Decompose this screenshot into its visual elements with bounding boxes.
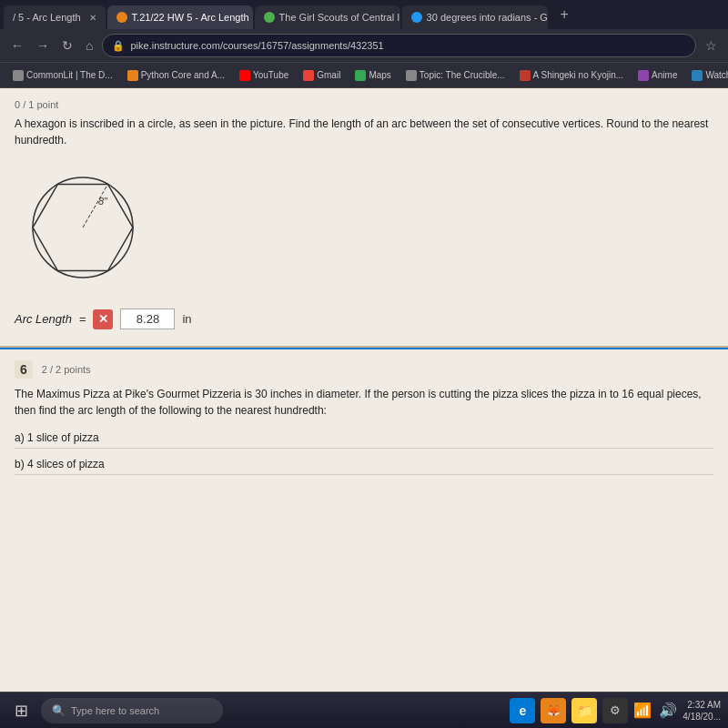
bookmark-maps[interactable]: Maps bbox=[349, 68, 396, 83]
aijutsu-favicon bbox=[692, 70, 703, 81]
question6-points: 2 / 2 points bbox=[42, 364, 91, 375]
tab-bar: / 5 - Arc Length ✕ T.21/22 HW 5 - Arc Le… bbox=[0, 0, 728, 29]
bookmark-aijutsu-label: Watch Aijutsu Kaise... bbox=[705, 70, 728, 80]
bookmarks-bar: CommonLit | The D... Python Core and A..… bbox=[0, 62, 728, 87]
svg-text:8": 8" bbox=[98, 196, 108, 207]
volume-icon: 🔊 bbox=[659, 702, 677, 719]
tab4-label: 30 degrees into radians - Goog bbox=[427, 12, 548, 23]
question6-section: 6 2 / 2 points The Maximus Pizza at Pike… bbox=[0, 349, 728, 491]
shingeki-favicon bbox=[520, 70, 531, 81]
forward-button[interactable]: → bbox=[33, 36, 53, 55]
commonlit-favicon bbox=[13, 70, 24, 81]
sub-question-b: b) 4 slices of pizza bbox=[15, 454, 713, 475]
browser-chrome: / 5 - Arc Length ✕ T.21/22 HW 5 - Arc Le… bbox=[0, 0, 728, 88]
tab1-close[interactable]: ✕ bbox=[89, 13, 96, 23]
windows-taskbar: ⊞ 🔍 Type here to search e 🦊 📁 ⚙ 📶 🔊 2:32… bbox=[0, 692, 728, 728]
tab3-label: The Girl Scouts of Central India bbox=[279, 12, 400, 23]
bookmark-crucible[interactable]: Topic: The Crucible... bbox=[400, 68, 511, 83]
bookmark-python[interactable]: Python Core and A... bbox=[122, 68, 230, 83]
back-button[interactable]: ← bbox=[7, 36, 27, 55]
question5-points: 0 / 1 point bbox=[15, 99, 713, 110]
unit-label: in bbox=[182, 312, 191, 326]
taskbar-date-text: 4/18/20... bbox=[682, 711, 721, 723]
question5-section: 0 / 1 point A hexagon is inscribed in a … bbox=[0, 88, 728, 348]
home-button[interactable]: ⌂ bbox=[82, 36, 96, 55]
taskbar-edge-icon[interactable]: e bbox=[510, 698, 535, 723]
tab2-label: T.21/22 HW 5 - Arc Length bbox=[132, 12, 249, 23]
lock-icon: 🔒 bbox=[112, 40, 125, 52]
bookmark-aijutsu[interactable]: Watch Aijutsu Kaise... bbox=[686, 68, 728, 83]
taskbar-clock: 2:32 AM 4/18/20... bbox=[682, 699, 721, 723]
bookmark-anime[interactable]: Anime bbox=[632, 68, 682, 83]
extensions-button[interactable]: ☆ bbox=[702, 36, 721, 55]
wrong-badge: ✕ bbox=[93, 309, 113, 329]
bookmark-gmail-label: Gmail bbox=[317, 70, 340, 80]
bookmark-youtube[interactable]: YouTube bbox=[234, 68, 294, 83]
tab3-favicon bbox=[264, 12, 275, 23]
wifi-icon: 📶 bbox=[633, 702, 652, 719]
url-text: pike.instructure.com/courses/16757/assig… bbox=[130, 40, 383, 51]
new-tab-button[interactable]: + bbox=[553, 0, 576, 29]
tab2-favicon bbox=[116, 12, 127, 23]
taskbar-search-label: Type here to search bbox=[71, 705, 159, 716]
taskbar-settings-icon[interactable]: ⚙ bbox=[602, 698, 628, 723]
gmail-favicon bbox=[303, 70, 314, 81]
bookmark-maps-label: Maps bbox=[369, 70, 390, 80]
bookmark-gmail[interactable]: Gmail bbox=[298, 68, 346, 83]
tab-arc-length-1[interactable]: / 5 - Arc Length ✕ bbox=[4, 5, 106, 29]
tab1-label: / 5 - Arc Length bbox=[13, 12, 81, 23]
taskbar-search-icon: 🔍 bbox=[52, 704, 66, 717]
bookmark-anime-label: Anime bbox=[652, 70, 677, 80]
python-favicon bbox=[127, 70, 138, 81]
tab4-favicon bbox=[411, 12, 422, 23]
taskbar-fox-icon[interactable]: 🦊 bbox=[541, 698, 566, 723]
hexagon-diagram: 8" bbox=[15, 159, 151, 296]
question6-text: The Maximus Pizza at Pike's Gourmet Pizz… bbox=[15, 386, 713, 419]
refresh-button[interactable]: ↻ bbox=[58, 36, 76, 55]
question5-text: A hexagon is inscribed in a circle, as s… bbox=[15, 116, 713, 148]
taskbar-system-icons: 📶 🔊 bbox=[633, 702, 677, 719]
tab-30-degrees[interactable]: 30 degrees into radians - Goog ✕ bbox=[402, 5, 548, 29]
question6-number: 6 bbox=[15, 360, 33, 379]
maps-favicon bbox=[355, 70, 366, 81]
bookmark-shingeki[interactable]: A Shingeki no Kyojin... bbox=[514, 68, 630, 83]
tab-arc-length-2[interactable]: T.21/22 HW 5 - Arc Length ✕ bbox=[107, 5, 253, 29]
hexagon-svg: 8" bbox=[15, 159, 151, 296]
equals-sign: = bbox=[79, 312, 86, 326]
answer-row: Arc Length = ✕ 8.28 in bbox=[15, 308, 713, 329]
arc-length-label: Arc Length bbox=[15, 312, 72, 326]
start-button[interactable]: ⊞ bbox=[7, 696, 35, 725]
answer-input[interactable]: 8.28 bbox=[120, 308, 175, 329]
address-bar[interactable]: 🔒 pike.instructure.com/courses/16757/ass… bbox=[102, 34, 696, 57]
bookmark-python-label: Python Core and A... bbox=[141, 70, 225, 80]
bookmark-shingeki-label: A Shingeki no Kyojin... bbox=[533, 70, 624, 80]
anime-favicon bbox=[638, 70, 649, 81]
sub-question-a: a) 1 slice of pizza bbox=[15, 428, 713, 449]
bookmark-youtube-label: YouTube bbox=[253, 70, 288, 80]
main-content: 0 / 1 point A hexagon is inscribed in a … bbox=[0, 88, 728, 702]
bookmark-crucible-label: Topic: The Crucible... bbox=[420, 70, 505, 80]
crucible-favicon bbox=[406, 70, 417, 81]
question6-header: 6 2 / 2 points bbox=[15, 360, 713, 379]
taskbar-time-text: 2:32 AM bbox=[682, 699, 721, 711]
bookmark-commonlit[interactable]: CommonLit | The D... bbox=[7, 68, 118, 83]
bookmark-commonlit-label: CommonLit | The D... bbox=[26, 70, 113, 80]
youtube-favicon bbox=[239, 70, 250, 81]
address-bar-row: ← → ↻ ⌂ 🔒 pike.instructure.com/courses/1… bbox=[0, 29, 728, 62]
taskbar-search[interactable]: 🔍 Type here to search bbox=[41, 698, 223, 723]
tab-girl-scouts[interactable]: The Girl Scouts of Central India ✕ bbox=[255, 5, 400, 29]
taskbar-file-icon[interactable]: 📁 bbox=[571, 698, 597, 723]
